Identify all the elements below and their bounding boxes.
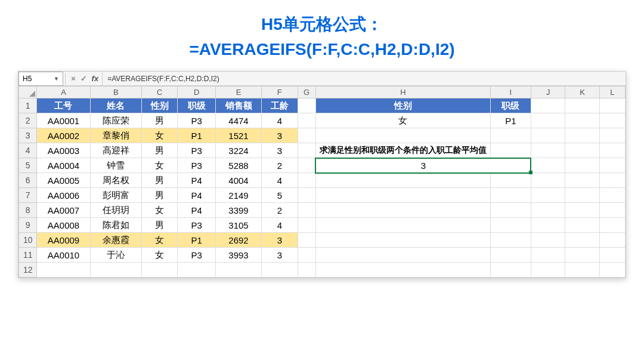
row-header-8[interactable]: 8	[19, 203, 37, 218]
cell-A7[interactable]: AA0006	[37, 188, 90, 203]
cell-B2[interactable]: 陈应荣	[90, 113, 141, 128]
cell-E12[interactable]	[215, 263, 261, 278]
cell-L1[interactable]	[599, 98, 625, 113]
cell-A1[interactable]: 工号	[37, 98, 90, 113]
cell-E9[interactable]: 3105	[215, 218, 261, 233]
cell-E10[interactable]: 2692	[215, 233, 261, 248]
cell-I7[interactable]	[490, 188, 531, 203]
cell-J5[interactable]	[531, 158, 565, 173]
row-header-9[interactable]: 9	[19, 218, 37, 233]
cell-G2[interactable]	[298, 113, 315, 128]
cell-F9[interactable]: 4	[262, 218, 298, 233]
cell-E11[interactable]: 3993	[215, 248, 261, 263]
cell-A12[interactable]	[37, 263, 90, 278]
cell-B9[interactable]: 陈君如	[90, 218, 141, 233]
cell-G12[interactable]	[298, 263, 315, 278]
cell-D9[interactable]: P3	[178, 218, 216, 233]
row-header-2[interactable]: 2	[19, 113, 37, 128]
cell-L7[interactable]	[599, 188, 625, 203]
cell-D1[interactable]: 职级	[178, 98, 216, 113]
cell-G8[interactable]	[298, 203, 315, 218]
cell-G9[interactable]	[298, 218, 315, 233]
cell-I2[interactable]: P1	[490, 113, 531, 128]
cell-H3[interactable]	[315, 128, 490, 143]
cell-I9[interactable]	[490, 218, 531, 233]
cell-K3[interactable]	[565, 128, 599, 143]
cell-L12[interactable]	[599, 263, 625, 278]
chevron-down-icon[interactable]: ▼	[54, 76, 59, 82]
col-header-G[interactable]: G	[298, 87, 315, 98]
cell-B4[interactable]: 高迎祥	[90, 143, 141, 158]
col-header-I[interactable]: I	[490, 87, 531, 98]
cell-D4[interactable]: P3	[178, 143, 216, 158]
cell-B5[interactable]: 钟雪	[90, 158, 141, 173]
cell-D8[interactable]: P4	[178, 203, 216, 218]
cancel-icon[interactable]: ×	[71, 74, 76, 83]
cell-F4[interactable]: 3	[262, 143, 298, 158]
cell-F5[interactable]: 2	[262, 158, 298, 173]
cell-B3[interactable]: 章黎俏	[90, 128, 141, 143]
cell-B6[interactable]: 周名权	[90, 173, 141, 188]
cell-G10[interactable]	[298, 233, 315, 248]
cell-D6[interactable]: P4	[178, 173, 216, 188]
cell-D5[interactable]: P3	[178, 158, 216, 173]
col-header-D[interactable]: D	[178, 87, 216, 98]
col-header-B[interactable]: B	[90, 87, 141, 98]
cell-E7[interactable]: 2149	[215, 188, 261, 203]
cell-J8[interactable]	[531, 203, 565, 218]
cell-L6[interactable]	[599, 173, 625, 188]
cell-C4[interactable]: 男	[141, 143, 177, 158]
cell-C10[interactable]: 女	[141, 233, 177, 248]
col-header-K[interactable]: K	[565, 87, 599, 98]
cell-C2[interactable]: 男	[141, 113, 177, 128]
cell-I3[interactable]	[490, 128, 531, 143]
cell-I1[interactable]: 职级	[490, 98, 531, 113]
cell-C7[interactable]: 男	[141, 188, 177, 203]
row-header-3[interactable]: 3	[19, 128, 37, 143]
cell-I8[interactable]	[490, 203, 531, 218]
cell-G6[interactable]	[298, 173, 315, 188]
cell-A4[interactable]: AA0003	[37, 143, 90, 158]
cell-C9[interactable]: 男	[141, 218, 177, 233]
cell-H1[interactable]: 性别	[315, 98, 490, 113]
cell-C5[interactable]: 女	[141, 158, 177, 173]
cell-D3[interactable]: P1	[178, 128, 216, 143]
cell-A6[interactable]: AA0005	[37, 173, 90, 188]
cell-L5[interactable]	[599, 158, 625, 173]
cell-H11[interactable]	[315, 248, 490, 263]
row-header-6[interactable]: 6	[19, 173, 37, 188]
cell-F10[interactable]: 3	[262, 233, 298, 248]
select-all-corner[interactable]	[19, 87, 37, 98]
cell-C12[interactable]	[141, 263, 177, 278]
cell-J9[interactable]	[531, 218, 565, 233]
cell-J12[interactable]	[531, 263, 565, 278]
cell-D7[interactable]: P4	[178, 188, 216, 203]
cell-F6[interactable]: 4	[262, 173, 298, 188]
cell-L2[interactable]	[599, 113, 625, 128]
formula-input[interactable]: =AVERAGEIFS(F:F,C:C,H2,D:D,I2)	[102, 72, 626, 85]
cell-J10[interactable]	[531, 233, 565, 248]
cell-E6[interactable]: 4004	[215, 173, 261, 188]
cell-H7[interactable]	[315, 188, 490, 203]
spreadsheet-grid[interactable]: ABCDEFGHIJKL1工号姓名性别职级销售额工龄性别职级2AA0001陈应荣…	[18, 86, 626, 278]
cell-K8[interactable]	[565, 203, 599, 218]
cell-J1[interactable]	[531, 98, 565, 113]
cell-G7[interactable]	[298, 188, 315, 203]
col-header-F[interactable]: F	[262, 87, 298, 98]
cell-B10[interactable]: 余惠霞	[90, 233, 141, 248]
row-header-11[interactable]: 11	[19, 248, 37, 263]
col-header-C[interactable]: C	[141, 87, 177, 98]
cell-J3[interactable]	[531, 128, 565, 143]
cell-K2[interactable]	[565, 113, 599, 128]
cell-E1[interactable]: 销售额	[215, 98, 261, 113]
cell-F8[interactable]: 2	[262, 203, 298, 218]
cell-H9[interactable]	[315, 218, 490, 233]
cell-F1[interactable]: 工龄	[262, 98, 298, 113]
cell-K12[interactable]	[565, 263, 599, 278]
cell-J11[interactable]	[531, 248, 565, 263]
cell-D11[interactable]: P3	[178, 248, 216, 263]
cell-K11[interactable]	[565, 248, 599, 263]
cell-E5[interactable]: 5288	[215, 158, 261, 173]
cell-G11[interactable]	[298, 248, 315, 263]
cell-D12[interactable]	[178, 263, 216, 278]
